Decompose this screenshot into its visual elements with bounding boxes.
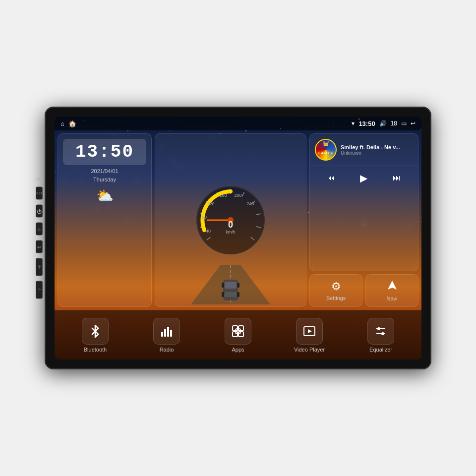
power-button[interactable]: ⏻: [36, 205, 43, 218]
music-logo: 👑 CARFU: [315, 139, 337, 161]
svg-text:240: 240: [246, 201, 254, 206]
radio-button[interactable]: Radio: [131, 318, 202, 353]
radio-icon-wrap: [153, 318, 180, 345]
bluetooth-button[interactable]: Bluetooth: [60, 318, 131, 353]
bluetooth-icon: [89, 325, 102, 338]
navi-button[interactable]: Navi: [365, 274, 418, 307]
right-column: 👑 CARFU Smiley ft. Delia - Ne v... Unkno…: [309, 133, 418, 307]
settings-navi-row: ⚙ Settings Navi: [309, 274, 418, 307]
svg-rect-26: [225, 292, 237, 297]
clock-date: 2021/04/01 Thursday: [91, 167, 118, 183]
clock-widget: 13:50 2021/04/01 Thursday ⛅: [58, 133, 152, 307]
vol-up-button[interactable]: 4+: [36, 258, 43, 276]
next-button[interactable]: ⏭: [391, 172, 403, 184]
equalizer-icon: [374, 325, 387, 338]
status-left: ⌂ 🏠: [60, 120, 76, 127]
prev-button[interactable]: ⏮: [325, 172, 337, 184]
svg-text:120: 120: [207, 201, 214, 206]
back-icon[interactable]: ↩: [411, 120, 416, 127]
status-time: 13:50: [358, 120, 375, 127]
music-info: Smiley ft. Delia - Ne v... Unknown: [341, 144, 413, 156]
svg-rect-40: [236, 329, 240, 334]
equalizer-button[interactable]: Equalizer: [345, 318, 416, 353]
svg-point-44: [377, 327, 380, 330]
equalizer-label: Equalizer: [369, 347, 392, 353]
radio-icon: [160, 325, 173, 338]
svg-rect-33: [164, 329, 166, 337]
home-side-icon: ⌂: [38, 226, 41, 232]
power-icon: ⏻: [37, 208, 42, 214]
navi-icon: [387, 280, 398, 294]
clock-time: 13:50: [70, 142, 139, 162]
play-button[interactable]: ▶: [358, 170, 369, 186]
svg-rect-34: [167, 327, 169, 337]
apps-label: Apps: [232, 347, 244, 353]
svg-point-46: [381, 332, 384, 335]
side-buttons: MIC RST ⏻ ⌂ ↩ 4+ 4-: [36, 178, 43, 299]
top-widgets: 13:50 2021/04/01 Thursday ⛅: [55, 130, 421, 310]
screen: ⌂ 🏠 ▾ 13:50 🔊 18 ▭ ↩ 13:50: [55, 117, 421, 359]
status-bar: ⌂ 🏠 ▾ 13:50 🔊 18 ▭ ↩: [55, 117, 421, 130]
svg-rect-25: [225, 282, 237, 289]
bluetooth-icon-wrap: [82, 318, 109, 345]
back-side-icon: ↩: [37, 244, 41, 249]
main-content: 13:50 2021/04/01 Thursday ⛅: [55, 130, 421, 359]
rst-label: RST: [36, 192, 42, 195]
svg-rect-35: [170, 330, 172, 337]
music-controls: ⏮ ▶ ⏭: [310, 166, 418, 190]
apps-icon: [232, 325, 244, 338]
video-player-button[interactable]: Video Player: [274, 318, 345, 353]
music-top: 👑 CARFU Smiley ft. Delia - Ne v... Unkno…: [310, 134, 418, 166]
house-filled-icon[interactable]: 🏠: [68, 120, 76, 127]
back-side-button[interactable]: ↩: [36, 240, 43, 253]
volume-level: 18: [391, 120, 397, 127]
svg-marker-42: [308, 329, 312, 333]
equalizer-icon-wrap: [367, 318, 394, 345]
road-svg: [181, 265, 280, 304]
music-artist: Unknown: [341, 150, 413, 156]
settings-button[interactable]: ⚙ Settings: [309, 274, 362, 307]
music-title: Smiley ft. Delia - Ne v...: [341, 144, 413, 150]
home-side-button[interactable]: ⌂: [36, 223, 43, 236]
svg-marker-31: [388, 281, 397, 290]
crown-icon: 👑: [323, 141, 329, 146]
video-player-icon: [303, 325, 316, 338]
weather-icon: ⛅: [96, 187, 114, 204]
clock-date-line1: 2021/04/01: [91, 167, 118, 176]
svg-rect-29: [222, 292, 224, 297]
svg-rect-28: [237, 283, 239, 288]
music-logo-text: CARFU: [318, 151, 334, 155]
svg-text:200: 200: [234, 193, 241, 198]
svg-rect-27: [222, 283, 224, 288]
clock-display: 13:50: [63, 139, 146, 165]
video-player-icon-wrap: [296, 318, 323, 345]
mic-label: MIC: [36, 178, 43, 181]
svg-rect-32: [161, 332, 163, 337]
clock-date-line2: Thursday: [91, 176, 118, 184]
status-right: ▾ 13:50 🔊 18 ▭ ↩: [352, 120, 416, 127]
bottom-bar: Bluetooth Radio: [55, 310, 421, 359]
window-icon: ▭: [401, 120, 407, 127]
vol-down-button[interactable]: 4-: [36, 281, 43, 299]
navi-label: Navi: [386, 296, 397, 301]
device: MIC RST ⏻ ⌂ ↩ 4+ 4- ⌂ 🏠: [45, 107, 431, 369]
apps-icon-wrap: [225, 318, 251, 345]
speedometer-widget: 40 80 120 160 200 240 0 km/h: [155, 133, 306, 307]
vol-up-label: 4+: [38, 265, 41, 269]
settings-icon: ⚙: [331, 280, 341, 293]
radio-label: Radio: [160, 347, 174, 353]
svg-rect-30: [237, 292, 239, 297]
svg-text:160: 160: [219, 193, 227, 198]
wifi-icon: ▾: [352, 120, 355, 127]
music-widget: 👑 CARFU Smiley ft. Delia - Ne v... Unkno…: [309, 133, 418, 271]
video-player-label: Video Player: [294, 347, 325, 353]
volume-icon: 🔊: [379, 120, 387, 127]
road-container: [155, 212, 306, 306]
rst-button[interactable]: RST: [36, 187, 43, 200]
home-icon[interactable]: ⌂: [60, 120, 64, 127]
settings-label: Settings: [326, 295, 346, 301]
apps-button[interactable]: Apps: [202, 318, 274, 353]
bluetooth-label: Bluetooth: [84, 347, 107, 353]
vol-down-label: 4-: [38, 288, 41, 291]
